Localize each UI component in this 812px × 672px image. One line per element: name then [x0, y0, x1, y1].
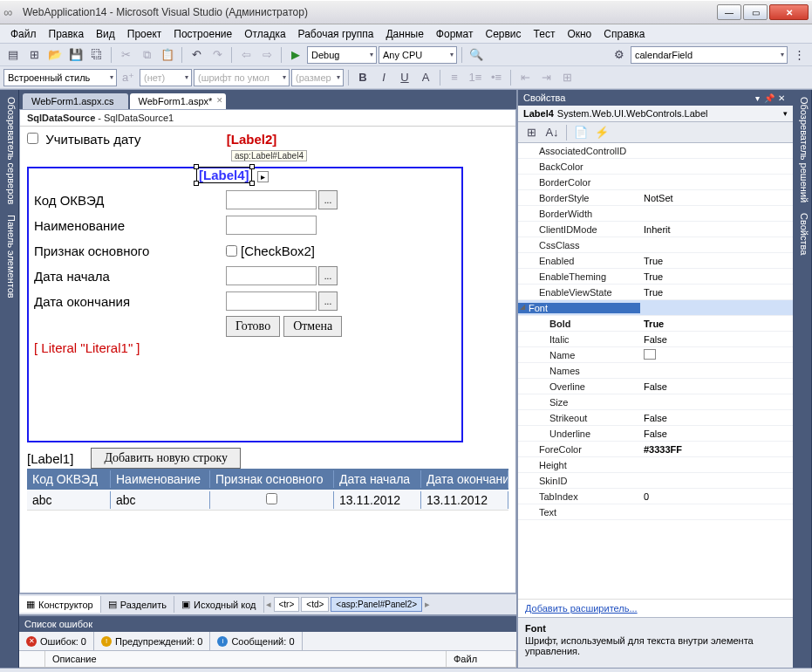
- consider-date-checkbox[interactable]: [27, 133, 38, 144]
- cut-icon[interactable]: ✂: [116, 45, 135, 65]
- forecolor-icon[interactable]: A: [416, 68, 435, 87]
- menu-help[interactable]: Справка: [598, 26, 650, 42]
- menu-format[interactable]: Формат: [431, 26, 479, 42]
- maximize-button[interactable]: ▭: [743, 4, 768, 20]
- doctab-codebehind[interactable]: WebForm1.aspx.cs: [23, 93, 128, 109]
- end-input[interactable]: [226, 291, 317, 311]
- platform-dropdown[interactable]: Any CPU: [379, 46, 457, 64]
- size-dropdown[interactable]: (размер: [291, 69, 344, 86]
- add-row-button[interactable]: Добавить новую строку: [91, 448, 241, 469]
- find-icon[interactable]: 🔍: [467, 45, 486, 65]
- ruler-icon[interactable]: ⊞: [557, 68, 577, 87]
- menu-project[interactable]: Проект: [122, 26, 167, 42]
- menu-file[interactable]: Файл: [5, 26, 42, 42]
- style-apply-icon[interactable]: a⁺: [119, 68, 138, 87]
- list-ol-icon[interactable]: 1≡: [466, 68, 485, 87]
- crumb-td[interactable]: <td>: [301, 597, 329, 612]
- tab-toolbox[interactable]: Панель элементов: [2, 215, 17, 298]
- label2[interactable]: [Label2]: [227, 132, 277, 147]
- crumb-tr[interactable]: <tr>: [274, 597, 300, 612]
- main-checkbox[interactable]: [226, 245, 237, 257]
- menu-view[interactable]: Вид: [91, 26, 120, 42]
- italic-icon[interactable]: I: [374, 68, 393, 87]
- view-source-button[interactable]: ▣ Исходный код: [174, 596, 264, 613]
- label1[interactable]: [Label1]: [27, 451, 73, 466]
- categorized-icon[interactable]: ⊞: [522, 123, 541, 142]
- menu-test[interactable]: Тест: [529, 26, 561, 42]
- start-debug-icon[interactable]: ▶: [286, 45, 305, 65]
- open-icon[interactable]: 📂: [45, 45, 65, 65]
- new-project-icon[interactable]: ▤: [3, 45, 23, 65]
- indent-icon[interactable]: ⇥: [536, 68, 556, 87]
- field-end-label: Дата окончания: [34, 294, 226, 309]
- menu-tools[interactable]: Сервис: [480, 26, 526, 42]
- view-design-button[interactable]: ▦ Конструктор: [19, 596, 101, 613]
- literal1[interactable]: [ Literal "Literal1" ]: [34, 340, 456, 355]
- menu-data[interactable]: Данные: [380, 26, 428, 42]
- menu-window[interactable]: Окно: [562, 26, 597, 42]
- toolbar-overflow-icon[interactable]: ⋮: [789, 45, 809, 65]
- errors-tab[interactable]: ✕Ошибок: 0: [19, 632, 94, 650]
- panel-close-icon[interactable]: ✕: [775, 93, 788, 103]
- tab-server-explorer[interactable]: Обозреватель серверов: [2, 97, 17, 204]
- menu-debug[interactable]: Отладка: [239, 26, 290, 42]
- bold-icon[interactable]: B: [353, 68, 372, 87]
- properties-selector[interactable]: Label4 System.Web.UI.WebControls.Label ▾: [518, 106, 793, 122]
- name-input[interactable]: [226, 216, 317, 235]
- list-ul-icon[interactable]: •≡: [487, 68, 506, 87]
- align-icon[interactable]: ≡: [445, 68, 464, 87]
- tab-close-icon[interactable]: ✕: [216, 96, 223, 105]
- paste-icon[interactable]: 📋: [158, 45, 177, 65]
- panel2[interactable]: [Label4] ▸ Код ОКВЭД... Наименование При…: [27, 167, 463, 442]
- okved-input[interactable]: [226, 190, 317, 209]
- menu-build[interactable]: Построение: [168, 26, 237, 42]
- okved-browse-button[interactable]: ...: [318, 190, 338, 209]
- grid-row[interactable]: abc abc 13.11.2012 13.11.2012: [27, 490, 508, 511]
- panel-pin-icon[interactable]: 📌: [763, 93, 775, 103]
- panel-dropdown-icon[interactable]: ▾: [751, 93, 763, 103]
- underline-icon[interactable]: U: [395, 68, 414, 87]
- find-dropdown[interactable]: calendarField: [631, 46, 788, 64]
- tab-properties[interactable]: Свойства: [795, 213, 809, 255]
- nav-back-icon[interactable]: ⇦: [236, 45, 256, 65]
- font-dropdown[interactable]: (шрифт по умол: [194, 69, 290, 86]
- undo-icon[interactable]: ↶: [187, 45, 206, 65]
- add-item-icon[interactable]: ⊞: [24, 45, 44, 65]
- designer-surface[interactable]: SqlDataSource - SqlDataSource - SqlDataS…: [19, 109, 516, 593]
- events-icon[interactable]: ⚡: [592, 123, 611, 142]
- end-browse-button[interactable]: ...: [318, 291, 338, 311]
- add-extender-link[interactable]: Добавить расширитель...: [518, 599, 793, 617]
- extension-icon[interactable]: ⚙: [610, 45, 629, 65]
- properties-icon[interactable]: 📄: [571, 123, 590, 142]
- menu-team[interactable]: Рабочая группа: [293, 26, 379, 42]
- copy-icon[interactable]: ⧉: [137, 45, 156, 65]
- minimize-button[interactable]: —: [717, 4, 741, 20]
- ready-button[interactable]: Готово: [226, 316, 280, 337]
- menu-edit[interactable]: Правка: [44, 26, 90, 42]
- crumb-prev-icon[interactable]: ◂: [264, 599, 273, 610]
- start-input[interactable]: [226, 266, 317, 285]
- close-button[interactable]: ✕: [769, 4, 809, 20]
- nav-fwd-icon[interactable]: ⇨: [257, 45, 276, 65]
- outdent-icon[interactable]: ⇤: [515, 68, 535, 87]
- style-dropdown[interactable]: Встроенный стиль: [3, 69, 117, 86]
- smart-tag-icon[interactable]: ▸: [257, 171, 269, 182]
- messages-tab[interactable]: iСообщений: 0: [210, 632, 302, 650]
- properties-grid[interactable]: AssociatedControlIDBackColorBorderColorB…: [518, 143, 793, 599]
- config-dropdown[interactable]: Debug: [307, 46, 377, 64]
- redo-icon[interactable]: ↷: [208, 45, 227, 65]
- grid-checkbox[interactable]: [266, 493, 277, 504]
- tag-dropdown[interactable]: (нет): [140, 69, 192, 86]
- view-split-button[interactable]: ▤ Разделить: [101, 596, 174, 613]
- alphabetical-icon[interactable]: A↓: [542, 123, 562, 142]
- cancel-button[interactable]: Отмена: [283, 316, 342, 337]
- tab-solution-explorer[interactable]: Обозреватель решений: [795, 97, 809, 202]
- doctab-aspx[interactable]: WebForm1.aspx*✕: [130, 93, 227, 109]
- crumb-panel[interactable]: <asp:Panel#Panel2>: [331, 597, 422, 612]
- crumb-next-icon[interactable]: ▸: [423, 599, 432, 610]
- warnings-tab[interactable]: !Предупреждений: 0: [94, 632, 210, 650]
- start-browse-button[interactable]: ...: [318, 266, 338, 285]
- label4-selected[interactable]: [Label4]: [196, 167, 252, 183]
- save-all-icon[interactable]: ⿻: [87, 45, 106, 65]
- save-icon[interactable]: 💾: [66, 45, 85, 65]
